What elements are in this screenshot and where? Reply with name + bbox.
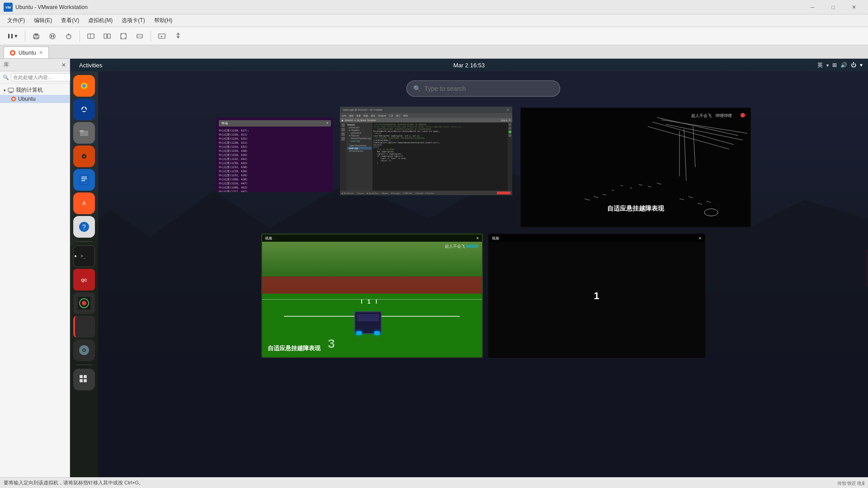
svg-rect-60 [80,379,83,382]
sidebar: 库 ✕ 🔍 ▾ ▾ 我的计算机 Ub [0,59,70,477]
svg-point-20 [178,33,179,34]
dock-files[interactable] [73,122,95,144]
svg-rect-15 [108,34,110,38]
redbar-icon [80,320,90,333]
statusbar: 要将输入定向到该虚拟机，请将鼠标指针移入其中或按 Ctrl+G。 传智 铁匠 电… [0,477,868,488]
dock-firefox[interactable] [73,75,95,97]
ubuntu-desktop[interactable]: Activities Mar 2 16:53 英 ▾ ⊞ 🔊 ⏻ ▾ [70,59,868,477]
toolbar-separator-3 [151,31,151,42]
sidebar-search-icon: 🔍 [3,75,9,80]
files-icon [78,127,90,139]
firefox-icon [77,79,91,93]
main-layout: 库 ✕ 🔍 ▾ ▾ 我的计算机 Ub [0,59,868,477]
power-status-icon[interactable]: ⏻ [851,62,856,68]
svg-rect-61 [84,379,87,382]
dock-rhythmbox[interactable] [73,145,95,167]
dock-thunderbird[interactable] [73,99,95,120]
usb-btn[interactable] [171,31,185,42]
network-icon[interactable]: ⊞ [832,62,837,68]
field-number-3: 3 [328,337,335,351]
svg-rect-8 [51,35,52,38]
unity-btn[interactable] [100,31,114,42]
close-button[interactable]: ✕ [844,0,864,14]
sidebar-search-input[interactable] [11,73,78,81]
qtcreator-window-thumb[interactable]: main.cpp @ Armort1 - Qt Creator ✕ 文件 编辑 … [339,106,513,196]
gnome-topbar: Activities Mar 2 16:53 英 ▾ ⊞ 🔊 ⏻ ▾ [70,59,868,71]
power-button[interactable] [61,31,76,42]
lidar-video-thumb[interactable]: 超人不会飞 哔哩哔哩 自适应悬挂越障表现 [520,108,751,227]
dock-appstore[interactable]: A [73,192,95,214]
activities-search-input[interactable] [425,85,553,92]
svg-rect-24 [9,92,12,93]
svg-point-27 [13,98,15,100]
dock-qtcreator[interactable]: QC [73,269,95,291]
tab-close-button[interactable]: ✕ [39,50,43,56]
dvd-icon [78,344,90,357]
dock-redbar[interactable] [73,316,95,338]
score-display: I 1 I [361,299,379,305]
ubuntu-tab[interactable]: Ubuntu ✕ [4,47,49,58]
dock-writer[interactable] [73,169,95,191]
status-logo: 传智 铁匠 电量 [837,479,864,487]
menu-file[interactable]: 文件(F) [4,16,28,25]
menu-tabs[interactable]: 选项卡(T) [118,16,148,25]
vmware-toolbar: ▾ ▶ [0,27,868,45]
svg-rect-12 [88,34,94,38]
tree-item-ubuntu[interactable]: Ubuntu [0,95,70,103]
minimize-button[interactable]: ─ [802,0,823,14]
datetime-display: Mar 2 16:53 [453,62,485,69]
vmware-menubar: 文件(F) 编辑(E) 查看(V) 虚拟机(M) 选项卡(T) 帮助(H) [0,14,868,27]
send-ctrlaltdel-btn[interactable]: ▶ [155,31,169,42]
toolbar-separator-2 [80,31,80,42]
activities-search-bar: 🔍 [98,71,868,101]
svg-rect-23 [8,88,14,92]
dock-help[interactable]: ? [73,216,95,238]
full-window-btn[interactable] [84,31,98,42]
svg-point-57 [83,349,85,351]
vm-display[interactable]: Activities Mar 2 16:53 英 ▾ ⊞ 🔊 ⏻ ▾ [70,59,868,477]
gnome-status-area: 英 ▾ ⊞ 🔊 ⏻ ▾ [817,61,863,69]
pause-label: ▾ [14,33,18,39]
tree-item-mycomputer[interactable]: ▾ 我的计算机 [0,85,70,95]
svg-rect-14 [104,34,107,38]
svg-text:▶: ▶ [161,35,163,38]
activities-button[interactable]: Activities [75,62,106,69]
sidebar-title: 库 [4,61,9,69]
terminal-window-thumb[interactable]: LibreOffice Writer 终端 ✕ 中心位置(1239, 617):… [215,117,334,193]
print-button[interactable] [29,31,43,42]
svg-point-53 [82,301,86,305]
dark-video-2-thumb[interactable]: 视频 ✕ 1 [488,234,705,358]
svg-rect-25 [9,93,13,93]
terminal-content: 终端 ✕ 中心位置(1239, 617): 中心位置(1230, 611) 中心… [216,117,334,192]
qtcreator-icon: QC [78,273,90,286]
dock-terminal[interactable]: >_ [73,245,95,267]
dock-dvd[interactable] [73,339,95,361]
search-icon: 🔍 [413,85,421,92]
suspend-button[interactable] [45,31,60,42]
pause-button[interactable]: ▾ [4,31,21,41]
activities-search-box[interactable]: 🔍 [406,80,560,97]
menu-help[interactable]: 帮助(H) [151,16,176,25]
lidar-caption: 自适应悬挂越障表现 [607,205,664,213]
stretch-btn[interactable] [132,31,147,42]
menu-view[interactable]: 查看(V) [57,16,83,25]
dock-kdenlive[interactable] [73,292,95,314]
volume-icon[interactable]: 🔊 [840,62,847,68]
svg-point-22 [11,52,14,54]
dock-active-indicator [75,255,76,257]
restore-button[interactable]: □ [823,0,844,14]
svg-text:VM: VM [5,5,11,9]
language-indicator[interactable]: 英 [817,61,823,69]
sidebar-close-button[interactable]: ✕ [61,62,66,68]
menu-vm[interactable]: 虚拟机(M) [85,16,116,25]
robot-video-thumb[interactable]: 视频 ✕ [261,234,483,358]
ubuntu-tab-label: Ubuntu [19,50,36,56]
autofit-btn[interactable] [116,31,131,42]
rhythmbox-icon [78,150,90,163]
menu-edit[interactable]: 编辑(E) [30,16,56,25]
svg-point-7 [50,33,55,39]
dock-grid[interactable] [73,369,95,390]
ubuntu-tab-icon [9,50,16,56]
system-menu-icon[interactable]: ▾ [860,62,863,68]
window-controls: ─ □ ✕ [802,0,864,14]
